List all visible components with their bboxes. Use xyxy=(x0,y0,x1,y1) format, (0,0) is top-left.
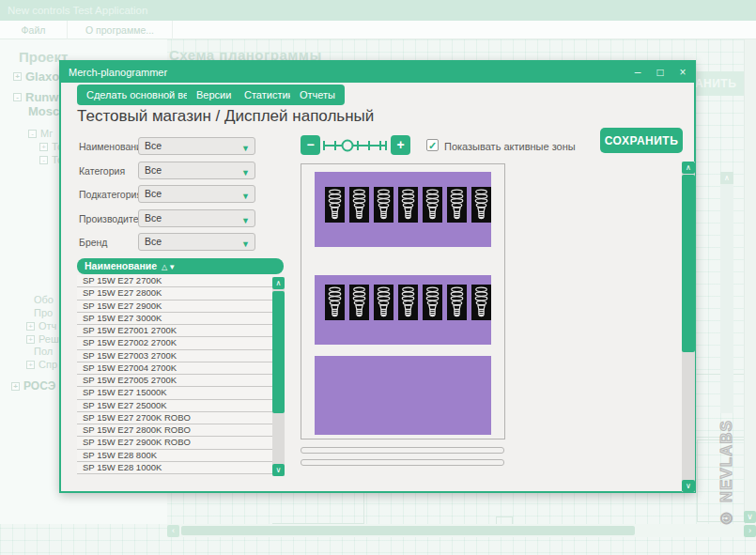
product-lamp[interactable] xyxy=(349,187,369,223)
expander-icon[interactable]: + xyxy=(13,72,22,81)
chevron-down-icon: ▼ xyxy=(241,189,250,205)
tree-item[interactable]: +Отч xyxy=(26,320,56,331)
versions-button[interactable]: Версии xyxy=(187,85,240,105)
tree-item[interactable]: +Glaxo xyxy=(13,69,59,84)
planogram-scrollbar[interactable]: ∧ ∨ xyxy=(682,162,695,492)
zoom-slider[interactable] xyxy=(323,135,387,156)
expander-icon[interactable]: + xyxy=(39,143,48,151)
filter-select-brand[interactable]: Все▼ xyxy=(138,233,255,251)
expander-icon[interactable]: + xyxy=(26,322,35,331)
nevlabs-watermark: © NEVLABS xyxy=(717,416,736,527)
slider-thumb[interactable] xyxy=(343,141,353,151)
menu-about[interactable]: О программе... xyxy=(68,21,173,39)
scrollbar-thumb[interactable] xyxy=(272,291,285,413)
product-lamp[interactable] xyxy=(447,285,467,320)
scroll-down-icon[interactable]: ∨ xyxy=(272,464,285,476)
zoom-in-button[interactable]: + xyxy=(391,135,410,155)
background-window-titlebar: New controls Test Application xyxy=(0,0,756,21)
scroll-up-icon[interactable]: ∧ xyxy=(272,277,285,289)
list-item[interactable]: SP 15W E27 15000K xyxy=(77,387,272,399)
planogram-canvas[interactable] xyxy=(301,163,505,439)
list-item[interactable]: SP 15W E27005 2700K xyxy=(77,375,272,387)
list-item[interactable]: SP 15W E27 2900K ROBO xyxy=(77,437,272,449)
tree-item[interactable]: Обо xyxy=(34,294,54,305)
scrollbar-thumb[interactable] xyxy=(181,526,635,535)
zoom-out-button[interactable]: − xyxy=(301,135,320,155)
tree-item[interactable]: Пол xyxy=(34,346,53,357)
tree-item[interactable]: -Runw xyxy=(13,90,58,104)
list-item[interactable]: SP 15W E28 1000K xyxy=(77,462,272,474)
product-lamp[interactable] xyxy=(374,285,393,320)
product-lamp[interactable] xyxy=(423,285,442,320)
filter-select-manufacturer[interactable]: Все▼ xyxy=(138,209,255,227)
tree-item[interactable]: +РОСЭ xyxy=(11,379,55,393)
product-lamp[interactable] xyxy=(398,187,418,223)
chevron-down-icon: ▼ xyxy=(241,237,250,253)
product-lamp[interactable] xyxy=(349,285,369,320)
list-item[interactable]: SP 15W E27 2700K ROBO xyxy=(77,412,272,424)
product-lamp[interactable] xyxy=(471,187,491,223)
tree-item[interactable]: -Мг xyxy=(28,128,53,139)
filter-label-brand: Бренд xyxy=(79,237,108,248)
tree-item[interactable]: Про xyxy=(34,307,53,318)
expander-icon[interactable]: + xyxy=(11,382,20,391)
maximize-icon[interactable]: □ xyxy=(649,66,671,79)
filter-select-subcategory[interactable]: Все▼ xyxy=(138,185,255,203)
expander-icon[interactable]: + xyxy=(26,335,35,344)
sort-icons[interactable]: △▼ xyxy=(162,263,177,271)
list-item[interactable]: SP 15W E27002 2700K xyxy=(77,337,272,349)
list-item[interactable]: SP 15W E27 2800K xyxy=(77,287,272,300)
expander-icon[interactable]: - xyxy=(28,130,37,138)
dialog-titlebar[interactable]: Merch-planogrammer – □ × xyxy=(61,62,694,83)
schema-vertical-scrollbar[interactable]: ∧ xyxy=(720,172,733,413)
list-item[interactable]: SP 15W E27 25000K xyxy=(77,400,272,412)
product-lamp[interactable] xyxy=(374,187,393,223)
filter-label-subcategory: Подкатегория xyxy=(79,189,142,200)
list-item[interactable]: SP 15W E27 3000K xyxy=(77,313,272,325)
background-horizontal-scrollbar[interactable] xyxy=(167,524,756,537)
tree-item[interactable]: +Реш xyxy=(26,333,59,345)
show-active-zones-checkbox[interactable]: ✓ xyxy=(426,139,439,151)
background-vertical-scrollbar[interactable] xyxy=(744,39,756,522)
scroll-down-icon[interactable]: ∨ xyxy=(682,480,695,492)
product-lamp[interactable] xyxy=(471,285,491,320)
planogram-zone[interactable] xyxy=(315,275,491,345)
menu-file[interactable]: Файл xyxy=(0,21,68,39)
list-item[interactable]: SP 15W E27 2800K ROBO xyxy=(77,424,272,437)
reports-button[interactable]: Отчеты xyxy=(290,85,345,105)
filter-select-category[interactable]: Все▼ xyxy=(138,162,255,179)
save-button[interactable]: СОХРАНИТЬ xyxy=(600,128,683,153)
tree-item[interactable]: Mosc xyxy=(28,104,59,118)
product-lamp[interactable] xyxy=(447,187,467,223)
product-lamp[interactable] xyxy=(398,285,418,320)
tree-item[interactable]: +Спр xyxy=(26,359,57,370)
product-lamp[interactable] xyxy=(325,187,345,223)
product-lamp[interactable] xyxy=(325,285,345,320)
list-item[interactable]: SP 15W E27003 2700K xyxy=(77,350,272,362)
background-menubar: Файл О программе... xyxy=(0,21,756,39)
planogram-zone[interactable] xyxy=(315,172,491,247)
scroll-left-icon[interactable]: ‹ xyxy=(167,525,179,537)
list-scrollbar[interactable]: ∧ ∨ xyxy=(272,277,285,476)
planogram-zone-empty[interactable] xyxy=(315,356,491,435)
list-item[interactable]: SP 15W E27004 2700K xyxy=(77,362,272,375)
list-header-name-column[interactable]: Наименование△▼ xyxy=(77,258,284,274)
scroll-up-icon[interactable]: ∧ xyxy=(720,172,733,184)
expander-icon[interactable]: - xyxy=(13,93,22,101)
expander-icon[interactable]: - xyxy=(39,156,48,164)
filter-select-name[interactable]: Все▼ xyxy=(138,137,255,155)
scroll-down-icon[interactable]: ∨ xyxy=(744,511,756,523)
scrollbar-thumb[interactable] xyxy=(682,175,695,352)
list-item[interactable]: SP 15W E27 2900K xyxy=(77,301,272,313)
list-item[interactable]: SP 15W E27001 2700K xyxy=(77,325,272,337)
expander-icon[interactable]: + xyxy=(26,361,35,369)
list-item[interactable]: SP 15W E27 2700K xyxy=(77,275,272,287)
shelf-rail xyxy=(301,447,504,454)
scroll-up-icon[interactable]: ∧ xyxy=(682,162,695,174)
close-icon[interactable]: × xyxy=(671,66,694,79)
floorplan-shape xyxy=(272,492,364,524)
list-item[interactable]: SP 15W E28 800K xyxy=(77,450,272,462)
minimize-icon[interactable]: – xyxy=(626,66,649,79)
scroll-right-icon[interactable]: › xyxy=(744,525,756,537)
product-lamp[interactable] xyxy=(423,187,442,223)
